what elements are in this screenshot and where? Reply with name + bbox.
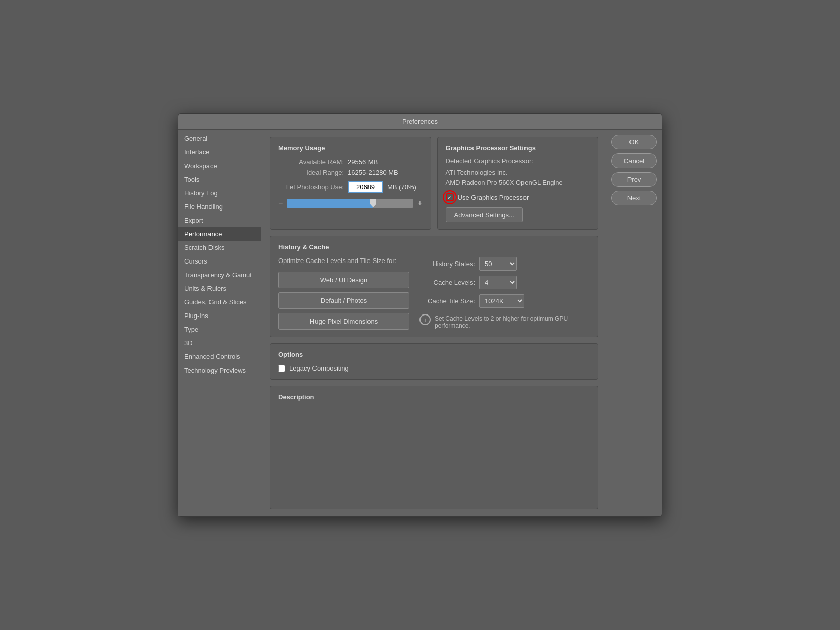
cancel-button[interactable]: Cancel <box>611 153 657 168</box>
sidebar-item-general[interactable]: General <box>178 132 261 145</box>
sidebar-item-enhanced-controls[interactable]: Enhanced Controls <box>178 350 261 363</box>
sidebar-item-transparency-gamut[interactable]: Transparency & Gamut <box>178 268 261 282</box>
default-photos-button[interactable]: Default / Photos <box>278 292 409 309</box>
sidebar-item-performance[interactable]: Performance <box>178 227 261 241</box>
slider-plus-btn[interactable]: + <box>417 199 422 208</box>
cache-buttons-col: Optimize Cache Levels and Tile Size for:… <box>278 257 409 330</box>
cache-settings-col: History States: 50 20 100 200 Cache Leve… <box>419 257 590 330</box>
main-content: Memory Usage Available RAM: 29556 MB Ide… <box>261 130 606 516</box>
sidebar: GeneralInterfaceWorkspaceToolsHistory Lo… <box>178 130 261 516</box>
options-title: Options <box>278 351 590 358</box>
title-bar: Preferences <box>178 114 662 130</box>
slider-minus-btn[interactable]: − <box>278 199 283 208</box>
gpu-info-text: Set Cache Levels to 2 or higher for opti… <box>435 315 590 329</box>
advanced-settings-button[interactable]: Advanced Settings... <box>446 207 523 222</box>
available-ram-label: Available RAM: <box>278 158 344 166</box>
sidebar-item-type[interactable]: Type <box>178 323 261 336</box>
gpu-detected-label: Detected Graphics Processor: <box>446 157 590 165</box>
history-cache-title: History & Cache <box>278 243 590 251</box>
cache-tile-label: Cache Tile Size: <box>419 297 475 305</box>
options-panel: Options Legacy Compositing <box>270 343 598 380</box>
legacy-compositing-checkbox[interactable] <box>278 365 285 372</box>
cache-levels-select[interactable]: 4 1 2 6 8 <box>479 276 517 289</box>
use-gpu-checkbox[interactable]: ✓ <box>446 193 454 201</box>
use-gpu-row: ✓ Use Graphics Processor <box>446 193 590 201</box>
cache-tile-select[interactable]: 1024K 128K 256K 512K <box>479 294 524 308</box>
sidebar-item-workspace[interactable]: Workspace <box>178 159 261 173</box>
cache-levels-label: Cache Levels: <box>419 279 475 286</box>
info-icon: i <box>419 314 431 325</box>
use-gpu-label: Use Graphics Processor <box>458 194 529 201</box>
gpu-info-row: i Set Cache Levels to 2 or higher for op… <box>419 315 590 329</box>
sidebar-item-plug-ins[interactable]: Plug-Ins <box>178 309 261 323</box>
side-buttons: OK Cancel Prev Next <box>606 130 662 516</box>
gpu-name: ATI Technologies Inc. AMD Radeon Pro 560… <box>446 168 590 187</box>
checkbox-circle-highlight <box>443 190 457 204</box>
history-states-row: History States: 50 20 100 200 <box>419 257 590 271</box>
cache-levels-row: Cache Levels: 4 1 2 6 8 <box>419 276 590 289</box>
sidebar-item-scratch-disks[interactable]: Scratch Disks <box>178 241 261 254</box>
history-states-select[interactable]: 50 20 100 200 <box>479 257 517 271</box>
preferences-dialog: Preferences GeneralInterfaceWorkspaceToo… <box>178 113 662 517</box>
legacy-compositing-label: Legacy Compositing <box>289 364 349 372</box>
available-ram-value: 29556 MB <box>348 158 378 166</box>
history-states-label: History States: <box>419 260 475 268</box>
web-ui-design-button[interactable]: Web / UI Design <box>278 272 409 288</box>
sidebar-item-interface[interactable]: Interface <box>178 145 261 159</box>
gpu-settings-panel: Graphics Processor Settings Detected Gra… <box>437 137 599 230</box>
cache-tile-row: Cache Tile Size: 1024K 128K 256K 512K <box>419 294 590 308</box>
optimize-label: Optimize Cache Levels and Tile Size for: <box>278 257 409 265</box>
sidebar-item-tools[interactable]: Tools <box>178 173 261 186</box>
memory-percent-label: MB (70%) <box>387 183 416 191</box>
huge-pixel-button[interactable]: Huge Pixel Dimensions <box>278 313 409 330</box>
prev-button[interactable]: Prev <box>611 172 657 187</box>
photoshop-memory-input[interactable] <box>348 181 383 193</box>
gpu-section-title: Graphics Processor Settings <box>446 144 590 152</box>
description-panel: Description <box>270 386 598 509</box>
ideal-range-value: 16255-21280 MB <box>348 169 398 176</box>
legacy-compositing-row: Legacy Compositing <box>278 364 590 372</box>
ideal-range-label: Ideal Range: <box>278 169 344 176</box>
sidebar-item-export[interactable]: Export <box>178 214 261 227</box>
memory-slider-fill <box>287 199 373 208</box>
sidebar-item-history-log[interactable]: History Log <box>178 186 261 200</box>
description-title: Description <box>278 393 590 401</box>
sidebar-item-guides-grid[interactable]: Guides, Grid & Slices <box>178 295 261 309</box>
sidebar-item-3d[interactable]: 3D <box>178 336 261 350</box>
next-button[interactable]: Next <box>611 191 657 205</box>
history-cache-panel: History & Cache Optimize Cache Levels an… <box>270 236 598 337</box>
sidebar-item-technology-previews[interactable]: Technology Previews <box>178 363 261 377</box>
memory-usage-panel: Memory Usage Available RAM: 29556 MB Ide… <box>270 137 431 230</box>
sidebar-item-cursors[interactable]: Cursors <box>178 254 261 268</box>
ok-button[interactable]: OK <box>611 135 657 149</box>
memory-section-title: Memory Usage <box>278 144 423 152</box>
sidebar-item-units-rulers[interactable]: Units & Rulers <box>178 282 261 295</box>
let-photoshop-label: Let Photoshop Use: <box>278 183 344 191</box>
memory-slider-track[interactable] <box>287 199 413 208</box>
dialog-title: Preferences <box>402 118 438 125</box>
sidebar-item-file-handling[interactable]: File Handling <box>178 200 261 214</box>
